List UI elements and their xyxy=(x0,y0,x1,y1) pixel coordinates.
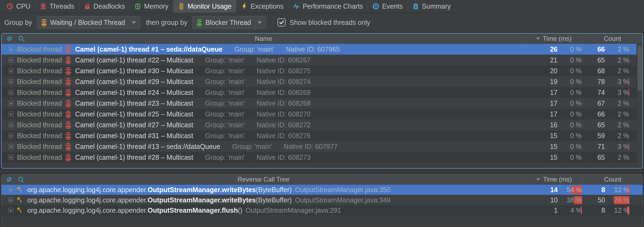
thread-native-id: Native ID: 607977 xyxy=(284,143,338,151)
blocked-thread-row[interactable]: + Blocked thread Camel (camel-1) thread … xyxy=(2,44,642,55)
thread-native-id: Native ID: 608276 xyxy=(257,132,311,140)
tab-label: Monitor Usage xyxy=(188,2,232,10)
expand-icon[interactable]: + xyxy=(9,68,13,73)
expand-icon[interactable]: + xyxy=(9,47,13,52)
blocked-thread-row[interactable]: + Blocked thread Camel (camel-1) thread … xyxy=(2,109,642,119)
column-header-count[interactable]: Count xyxy=(583,35,642,42)
panel-splitter-handle[interactable] xyxy=(0,169,644,174)
tab-performance-charts[interactable]: Performance Charts xyxy=(288,0,368,13)
blocked-thread-row[interactable]: + Blocked thread Camel (camel-1) thread … xyxy=(2,76,642,87)
call-tree-row[interactable]: + org.apache.logging.log4j.core.appender… xyxy=(1,205,643,215)
count-value: 74 xyxy=(588,89,605,96)
tab-label: Deadlocks xyxy=(94,2,125,10)
time-percent-value: 4 % xyxy=(558,206,589,214)
time-ms-value: 15 xyxy=(532,153,557,161)
count-value: 59 xyxy=(588,132,605,140)
time-ms-value: 16 xyxy=(532,121,557,129)
time-percent-value: 38 % xyxy=(558,196,589,204)
blocked-thread-row[interactable]: + Blocked thread Camel (camel-1) thread … xyxy=(2,130,642,141)
scrollbar-thumb[interactable] xyxy=(638,45,642,91)
thread-group: Group: 'main' xyxy=(205,132,245,140)
show-blocked-threads-label: Show blocked threads only xyxy=(290,19,370,26)
time-ms-value: 17 xyxy=(532,99,557,107)
blocked-thread-row[interactable]: + Blocked thread Camel (camel-1) thread … xyxy=(2,141,642,152)
group-by-dropdown-primary[interactable]: Waiting / Blocked Thread xyxy=(37,16,140,29)
show-blocked-threads-checkbox[interactable]: Show blocked threads only xyxy=(278,18,370,26)
source-location-link[interactable]: OutputStreamManager.java:291 xyxy=(246,206,341,214)
thread-group: Group: 'main' xyxy=(234,45,274,53)
waiting-blocked-thread-icon xyxy=(41,19,47,26)
count-percent-value: 12 % xyxy=(605,206,643,214)
gear-icon[interactable] xyxy=(6,176,13,183)
thread-group: Group: 'main' xyxy=(232,143,272,151)
search-icon[interactable] xyxy=(18,35,25,42)
expand-icon[interactable]: + xyxy=(9,90,13,95)
column-header-time[interactable]: Time (ms) xyxy=(526,176,583,183)
time-ms-value: 26 xyxy=(532,45,557,53)
expand-icon[interactable]: + xyxy=(8,198,13,202)
blocked-thread-row[interactable]: + Blocked thread Camel (camel-1) thread … xyxy=(2,119,642,130)
column-header-count[interactable]: Count xyxy=(583,176,643,183)
blocked-thread-row[interactable]: + Blocked thread Camel (camel-1) thread … xyxy=(2,87,642,98)
thread-row-kind-label: Blocked thread xyxy=(17,143,62,151)
time-percent-value: 0 % xyxy=(557,143,588,151)
blocked-thread-row[interactable]: + Blocked thread Camel (camel-1) thread … xyxy=(2,55,642,65)
blocked-thread-row[interactable]: + Blocked thread Camel (camel-1) thread … xyxy=(2,65,642,76)
then-group-by-label: then group by xyxy=(146,19,187,26)
memory-chip-icon xyxy=(134,3,141,10)
time-percent-value: 0 % xyxy=(557,67,588,75)
expand-icon[interactable]: + xyxy=(8,187,13,192)
source-location-link[interactable]: OutputStreamManager.java:350 xyxy=(295,186,390,193)
eye-icon xyxy=(372,3,379,10)
time-percent-value: 0 % xyxy=(557,45,588,53)
tab-events[interactable]: Events xyxy=(368,0,407,13)
tab-exceptions[interactable]: Exceptions xyxy=(236,0,288,13)
tab-summary[interactable]: Summary xyxy=(407,0,455,13)
column-header-name[interactable]: Name xyxy=(2,35,525,42)
call-tree-row[interactable]: + org.apache.logging.log4j.core.appender… xyxy=(1,195,643,205)
expand-icon[interactable]: + xyxy=(8,208,13,213)
thread-native-id: Native ID: 608270 xyxy=(257,110,311,118)
chevron-down-icon xyxy=(258,21,262,24)
thread-native-id: Native ID: 608269 xyxy=(257,89,311,96)
time-ms-value: 17 xyxy=(532,110,557,118)
call-frame-text: org.apache.logging.log4j.core.appender.O… xyxy=(27,186,390,194)
time-percent-value: 0 % xyxy=(557,56,588,64)
column-header-time[interactable]: Time (ms) xyxy=(526,35,582,42)
expand-icon[interactable]: + xyxy=(9,101,13,106)
vertical-scrollbar[interactable] xyxy=(636,44,642,168)
tab-threads[interactable]: Threads xyxy=(35,0,79,13)
time-percent-value: 0 % xyxy=(557,132,588,140)
blocked-thread-state-icon xyxy=(66,121,71,129)
expand-icon[interactable]: + xyxy=(9,133,13,138)
expand-icon[interactable]: + xyxy=(9,79,13,84)
expand-icon[interactable]: + xyxy=(9,155,13,160)
gear-icon[interactable] xyxy=(6,35,13,42)
threads-panel: Name Time (ms) Count + Blocked thread Ca… xyxy=(1,33,643,169)
blocked-thread-row[interactable]: + Blocked thread Camel (camel-1) thread … xyxy=(2,98,642,109)
count-value: 65 xyxy=(588,121,605,129)
tab-cpu[interactable]: CPU xyxy=(2,0,35,13)
checkbox-checked-icon[interactable] xyxy=(278,18,286,26)
expand-icon[interactable]: + xyxy=(9,122,13,127)
count-value: 65 xyxy=(588,56,605,64)
tab-deadlocks[interactable]: Deadlocks xyxy=(79,0,130,13)
search-icon[interactable] xyxy=(18,176,25,183)
threads-icon xyxy=(40,3,47,10)
blocked-thread-state-icon xyxy=(66,110,71,118)
expand-icon[interactable]: + xyxy=(9,58,13,62)
expand-icon[interactable]: + xyxy=(9,112,13,116)
expand-icon[interactable]: + xyxy=(9,144,13,149)
count-value: 50 xyxy=(589,196,605,204)
group-by-dropdown-secondary[interactable]: Blocker Thread xyxy=(192,16,266,29)
blocked-thread-row[interactable]: + Blocked thread Camel (camel-1) thread … xyxy=(2,152,642,163)
time-ms-value: 15 xyxy=(532,132,557,140)
tab-monitor-usage[interactable]: Monitor Usage xyxy=(173,0,236,13)
call-frame-text: org.apache.logging.log4j.core.appender.O… xyxy=(27,196,390,204)
count-value: 8 xyxy=(589,206,605,214)
tab-memory[interactable]: Memory xyxy=(129,0,173,13)
column-header-reverse-call-tree[interactable]: Reverse Call Tree xyxy=(1,176,526,183)
tab-label: CPU xyxy=(16,2,30,10)
source-location-link[interactable]: OutputStreamManager.java:349 xyxy=(295,196,390,204)
call-tree-row[interactable]: + org.apache.logging.log4j.core.appender… xyxy=(1,185,643,195)
